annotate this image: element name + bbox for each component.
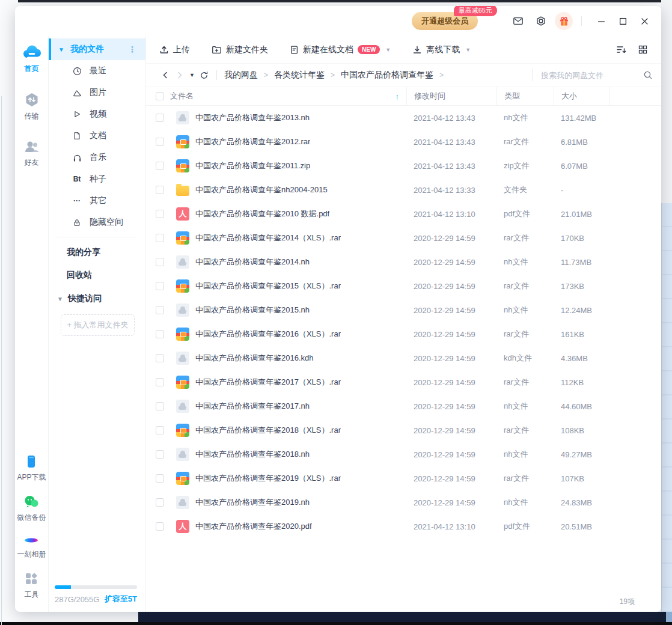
rail-item-wechat-backup[interactable]: 微信备份 xyxy=(17,495,46,523)
rail-item-app-download[interactable]: APP下载 xyxy=(17,454,46,483)
row-checkbox[interactable] xyxy=(156,378,164,386)
file-name[interactable]: 中国农产品价格调查年鉴nh2004-2015 xyxy=(195,184,328,195)
grid-view-icon[interactable] xyxy=(635,42,650,58)
row-checkbox[interactable] xyxy=(156,114,164,122)
chevron-down-icon[interactable]: ▼ xyxy=(465,47,471,53)
drag-folder-drop-zone[interactable]: + 拖入常用文件夹 xyxy=(61,314,135,336)
breadcrumb-yearbooks[interactable]: 各类统计年鉴 xyxy=(274,70,325,81)
gift-icon[interactable] xyxy=(555,12,573,30)
table-row[interactable]: 中国农产品价格调查年鉴2019.nh 2020-12-29 14:59 nh文件… xyxy=(146,490,661,514)
header-type[interactable]: 类型 xyxy=(496,87,554,105)
row-checkbox[interactable] xyxy=(156,210,164,218)
table-row[interactable]: 中国农产品价格调查年鉴2020.pdf 2021-04-12 13:10 pdf… xyxy=(146,514,661,538)
header-size[interactable]: 大小 xyxy=(554,87,609,105)
table-row[interactable]: 中国农产品价格调查年鉴2015（XLS）.rar 2020-12-29 14:5… xyxy=(146,274,661,298)
file-name[interactable]: 中国农产品价格调查年鉴2018.nh xyxy=(195,449,310,460)
rail-item-album[interactable]: 一刻相册 xyxy=(17,535,46,559)
sort-ascending-icon[interactable]: ↑ xyxy=(396,92,400,101)
sidebar-item-images[interactable]: 图片 xyxy=(49,82,145,103)
row-checkbox[interactable] xyxy=(156,306,164,314)
row-checkbox[interactable] xyxy=(156,282,164,290)
sort-order-icon[interactable] xyxy=(613,42,629,58)
minimize-button[interactable] xyxy=(593,13,609,29)
sidebar-item-music[interactable]: 音乐 xyxy=(49,147,145,168)
more-options-icon[interactable]: ⋮ xyxy=(128,44,137,54)
new-online-doc-button[interactable]: 新建在线文档 NEW ▼ xyxy=(290,44,391,55)
rail-item-friends[interactable]: 好友 xyxy=(23,139,40,168)
rail-item-transfer[interactable]: 传输 xyxy=(24,92,40,121)
sidebar-item-quick-access[interactable]: ▼ 快捷访问 xyxy=(49,287,145,311)
file-name[interactable]: 中国农产品价格调查年鉴2015（XLS）.rar xyxy=(195,281,341,291)
file-name[interactable]: 中国农产品价格调查年鉴2020.pdf xyxy=(195,521,312,532)
close-button[interactable] xyxy=(636,13,653,29)
rail-item-tools[interactable]: 工具 xyxy=(17,572,46,600)
table-row[interactable]: 中国农产品价格调查年鉴2015.nh 2020-12-29 14:59 nh文件… xyxy=(146,298,661,322)
row-checkbox[interactable] xyxy=(156,426,164,434)
file-name[interactable]: 中国农产品价格调查年鉴2011.zip xyxy=(195,160,310,171)
row-checkbox[interactable] xyxy=(156,186,164,194)
breadcrumb-current-folder[interactable]: 中国农产品价格调查年鉴 xyxy=(341,70,433,81)
refresh-icon[interactable] xyxy=(197,68,212,82)
new-folder-button[interactable]: 新建文件夹 xyxy=(212,44,268,55)
table-row[interactable]: 中国农产品价格调查年鉴2014（XLS）.rar 2020-12-29 14:5… xyxy=(146,226,661,250)
row-checkbox[interactable] xyxy=(156,474,164,483)
table-row[interactable]: 中国农产品价格调查年鉴2018（XLS）.rar 2020-12-29 14:5… xyxy=(146,418,661,442)
table-row[interactable]: 中国农产品价格调查年鉴2011.zip 2021-04-12 13:43 zip… xyxy=(146,154,661,178)
table-row[interactable]: 中国农产品价格调查年鉴2014.nh 2020-12-29 14:59 nh文件… xyxy=(146,250,661,274)
maximize-button[interactable] xyxy=(614,13,631,29)
file-name[interactable]: 中国农产品价格调查年鉴2019.nh xyxy=(195,497,310,508)
mail-icon[interactable] xyxy=(509,12,527,30)
chevron-down-icon[interactable]: ▼ xyxy=(58,46,64,53)
file-name[interactable]: 中国农产品价格调查年鉴2012.rar xyxy=(195,136,310,147)
sidebar-item-others[interactable]: ··· 其它 xyxy=(49,190,145,212)
header-modified-time[interactable]: 修改时间 xyxy=(406,87,496,105)
row-checkbox[interactable] xyxy=(156,330,164,338)
row-checkbox[interactable] xyxy=(156,450,164,459)
table-row[interactable]: 中国农产品价格调查年鉴2010 数据.pdf 2021-04-12 13:10 … xyxy=(146,202,661,226)
file-name[interactable]: 中国农产品价格调查年鉴2017（XLS）.rar xyxy=(195,377,341,388)
table-row[interactable]: 中国农产品价格调查年鉴2012.rar 2021-04-12 13:43 rar… xyxy=(146,130,661,154)
row-checkbox[interactable] xyxy=(156,402,164,410)
file-name[interactable]: 中国农产品价格调查年鉴2018（XLS）.rar xyxy=(195,425,341,436)
chevron-down-icon[interactable]: ▼ xyxy=(385,47,391,53)
file-name[interactable]: 中国农产品价格调查年鉴2015.nh xyxy=(195,305,310,316)
header-file-name[interactable]: 文件名 xyxy=(170,91,194,102)
row-checkbox[interactable] xyxy=(156,162,164,170)
table-row[interactable]: 中国农产品价格调查年鉴2017.nh 2020-12-29 14:59 nh文件… xyxy=(146,394,661,418)
expand-storage-link[interactable]: 扩容至5T xyxy=(105,594,137,605)
search-icon[interactable] xyxy=(643,70,653,80)
file-name[interactable]: 中国农产品价格调查年鉴2013.nh xyxy=(195,112,310,123)
row-checkbox[interactable] xyxy=(156,498,164,507)
row-checkbox[interactable] xyxy=(156,138,164,146)
sidebar-item-recycle-bin[interactable]: 回收站 xyxy=(49,264,145,287)
file-name[interactable]: 中国农产品价格调查年鉴2016.kdh xyxy=(195,353,314,364)
forward-icon[interactable] xyxy=(173,68,187,82)
sidebar-item-my-share[interactable]: 我的分享 xyxy=(49,241,145,264)
sidebar-item-torrents[interactable]: Bt 种子 xyxy=(49,168,145,190)
offline-download-button[interactable]: 离线下载 ▼ xyxy=(412,44,471,55)
file-name[interactable]: 中国农产品价格调查年鉴2014（XLS）.rar xyxy=(195,233,341,243)
table-row[interactable]: 中国农产品价格调查年鉴2016（XLS）.rar 2020-12-29 14:5… xyxy=(146,322,661,346)
table-row[interactable]: 中国农产品价格调查年鉴2013.nh 2021-04-12 13:43 nh文件… xyxy=(146,106,661,130)
row-checkbox[interactable] xyxy=(156,234,164,242)
upload-button[interactable]: 上传 xyxy=(159,44,190,55)
search-input[interactable] xyxy=(541,71,637,80)
file-name[interactable]: 中国农产品价格调查年鉴2016（XLS）.rar xyxy=(195,329,341,340)
back-icon[interactable] xyxy=(158,68,173,82)
table-row[interactable]: 中国农产品价格调查年鉴2019（XLS）.rar 2020-12-29 14:5… xyxy=(146,466,661,490)
file-name[interactable]: 中国农产品价格调查年鉴2019（XLS）.rar xyxy=(195,473,341,484)
breadcrumb-my-drive[interactable]: 我的网盘 xyxy=(224,70,258,81)
row-checkbox[interactable] xyxy=(156,354,164,362)
file-name[interactable]: 中国农产品价格调查年鉴2010 数据.pdf xyxy=(195,209,329,219)
history-dropdown-icon[interactable]: ▼ xyxy=(189,72,195,78)
table-row[interactable]: 中国农产品价格调查年鉴nh2004-2015 2021-04-12 13:33 … xyxy=(146,178,661,202)
table-row[interactable]: 中国农产品价格调查年鉴2017（XLS）.rar 2020-12-29 14:5… xyxy=(146,370,661,394)
sidebar-item-videos[interactable]: 视频 xyxy=(49,103,145,125)
sidebar-item-recent[interactable]: 最近 xyxy=(49,60,145,82)
file-name[interactable]: 中国农产品价格调查年鉴2014.nh xyxy=(195,257,310,267)
chevron-down-icon[interactable]: ▼ xyxy=(57,296,63,302)
select-all-checkbox[interactable] xyxy=(156,92,164,100)
sidebar-item-hidden-space[interactable]: 隐藏空间 xyxy=(49,212,145,233)
sidebar-item-my-files[interactable]: ▼ 我的文件 ⋮ xyxy=(49,38,145,60)
table-row[interactable]: 中国农产品价格调查年鉴2016.kdh 2020-12-29 14:59 kdh… xyxy=(146,346,661,370)
